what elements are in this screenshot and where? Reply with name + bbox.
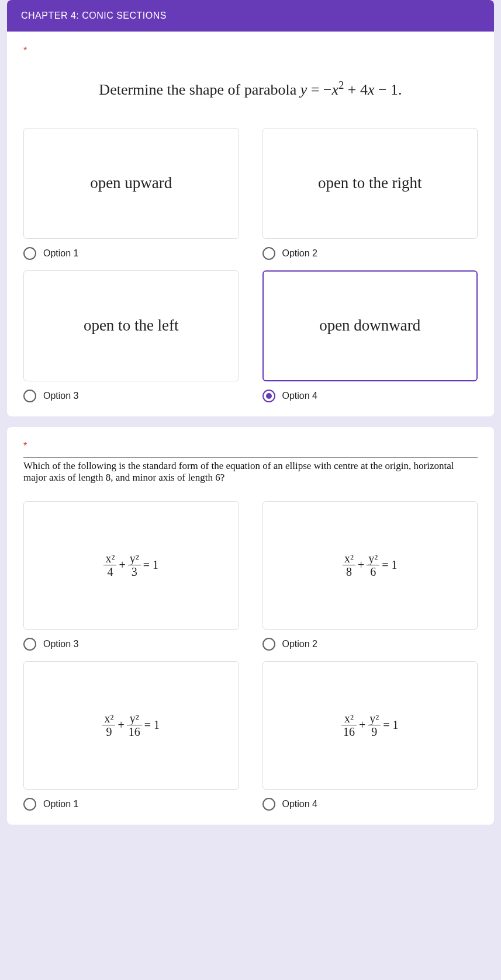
option-label: Option 4: [282, 799, 317, 809]
radio-row[interactable]: Option 3: [23, 390, 239, 402]
question-card-2: * Which of the following is the standard…: [7, 427, 494, 825]
answer-box: x²9 + y²16 = 1: [23, 661, 239, 790]
question-2-prompt: Which of the following is the standard f…: [23, 457, 478, 484]
answer-box: open to the right: [262, 128, 478, 239]
option-label: Option 1: [43, 248, 78, 259]
required-marker: *: [23, 441, 478, 451]
option-label: Option 2: [282, 639, 317, 649]
radio-icon[interactable]: [23, 247, 36, 260]
q1-option-1[interactable]: open upward Option 1: [23, 128, 239, 260]
radio-icon[interactable]: [262, 247, 275, 260]
answer-box: open downward: [262, 270, 478, 381]
option-label: Option 3: [43, 391, 78, 401]
radio-row[interactable]: Option 3: [23, 638, 239, 651]
radio-row[interactable]: Option 2: [262, 247, 478, 260]
option-label: Option 1: [43, 799, 78, 809]
radio-icon[interactable]: [23, 390, 36, 402]
radio-icon[interactable]: [262, 798, 275, 811]
answer-box: x²8 + y²6 = 1: [262, 501, 478, 630]
radio-icon[interactable]: [23, 798, 36, 811]
q2-option-a[interactable]: x²4 + y²3 = 1 Option 3: [23, 501, 239, 651]
section-header: CHAPTER 4: CONIC SECTIONS: [7, 0, 494, 32]
option-label: Option 4: [282, 391, 317, 401]
answer-box: x²4 + y²3 = 1: [23, 501, 239, 630]
required-marker: *: [23, 46, 478, 56]
q2-option-c[interactable]: x²9 + y²16 = 1 Option 1: [23, 661, 239, 811]
question-card-1: * Determine the shape of parabola y = −x…: [7, 32, 494, 416]
question-1-prompt: Determine the shape of parabola y = −x2 …: [29, 79, 472, 99]
option-label: Option 3: [43, 639, 78, 649]
q2-option-d[interactable]: x²16 + y²9 = 1 Option 4: [262, 661, 478, 811]
radio-row[interactable]: Option 1: [23, 247, 239, 260]
radio-icon[interactable]: [262, 638, 275, 651]
radio-row[interactable]: Option 1: [23, 798, 239, 811]
answer-box: x²16 + y²9 = 1: [262, 661, 478, 790]
radio-icon[interactable]: [262, 390, 275, 402]
q1-option-3[interactable]: open to the left Option 3: [23, 270, 239, 402]
radio-row[interactable]: Option 2: [262, 638, 478, 651]
option-label: Option 2: [282, 248, 317, 259]
q1-option-4[interactable]: open downward Option 4: [262, 270, 478, 402]
radio-icon[interactable]: [23, 638, 36, 651]
q2-option-b[interactable]: x²8 + y²6 = 1 Option 2: [262, 501, 478, 651]
answer-box: open upward: [23, 128, 239, 239]
radio-row[interactable]: Option 4: [262, 798, 478, 811]
q1-option-2[interactable]: open to the right Option 2: [262, 128, 478, 260]
answer-box: open to the left: [23, 270, 239, 381]
radio-row[interactable]: Option 4: [262, 390, 478, 402]
